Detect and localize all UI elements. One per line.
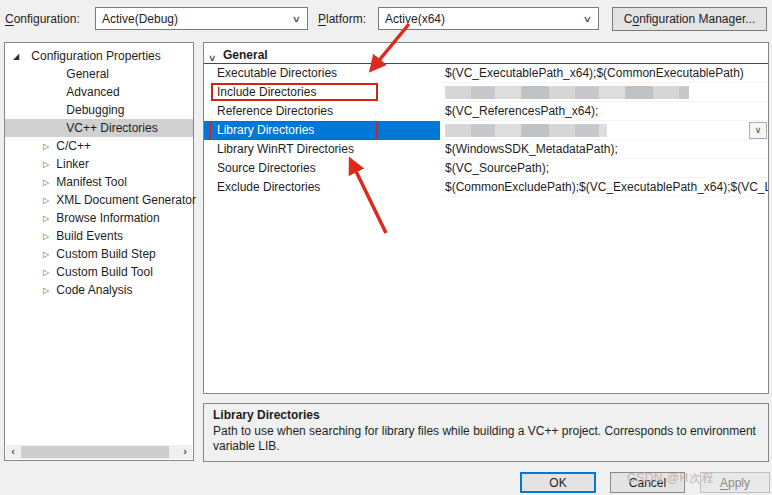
tree-item-label: Linker: [56, 157, 89, 171]
property-name-cell[interactable]: Executable Directories: [204, 64, 440, 83]
property-value: $(VC_ReferencesPath_x64);: [445, 104, 598, 118]
property-value-cell[interactable]: $(CommonExcludePath);$(VC_ExecutablePath…: [440, 178, 768, 197]
property-row-executable-directories[interactable]: Executable Directories $(VC_ExecutablePa…: [204, 64, 768, 83]
chevron-down-icon: ∨: [292, 14, 301, 24]
scrollbar-thumb[interactable]: [21, 446, 169, 458]
property-value-cell[interactable]: $(WindowsSDK_MetadataPath); ∨: [440, 140, 768, 159]
tree-item-label: Manifest Tool: [56, 175, 126, 189]
tree-items: ◢ Configuration Properties General Advan…: [5, 47, 193, 299]
configuration-dropdown-value: Active(Debug): [102, 12, 178, 26]
property-name: Executable Directories: [217, 66, 337, 80]
tree-item-label: Custom Build Tool: [56, 265, 153, 279]
sidebar-item-custom-build-tool[interactable]: ▷ Custom Build Tool: [5, 263, 193, 281]
property-value: $(CommonExcludePath);$(VC_ExecutablePath…: [445, 180, 768, 194]
tree-collapsed-icon[interactable]: ▷: [43, 192, 53, 210]
property-name: Exclude Directories: [217, 180, 320, 194]
property-value: $(VC_SourcePath);: [445, 161, 549, 175]
tree-collapsed-icon[interactable]: ▷: [43, 228, 53, 246]
tree-item-label: VC++ Directories: [66, 121, 157, 135]
property-value: $(WindowsSDK_MetadataPath);: [445, 142, 618, 156]
sidebar-item-build-events[interactable]: ▷ Build Events: [5, 227, 193, 245]
red-annotation-box: [209, 121, 378, 140]
sidebar-item-advanced[interactable]: Advanced: [5, 83, 193, 101]
value-dropdown-button[interactable]: ∨: [749, 122, 767, 139]
property-row-include-directories[interactable]: Include Directories ∨: [204, 83, 768, 102]
sidebar-item-c-c[interactable]: ▷ C/C++: [5, 137, 193, 155]
property-name-cell[interactable]: Source Directories: [204, 159, 440, 178]
tree-collapsed-icon[interactable]: ▷: [43, 264, 53, 282]
description-text: Path to use when searching for library f…: [213, 424, 759, 454]
property-row-reference-directories[interactable]: Reference Directories $(VC_ReferencesPat…: [204, 102, 768, 121]
property-grid: ∨ General Executable Directories $(VC_Ex…: [203, 42, 769, 394]
platform-label: Platform:: [318, 12, 366, 26]
sidebar-item-general[interactable]: General: [5, 65, 193, 83]
property-name: Reference Directories: [217, 104, 333, 118]
tree-item-label: General: [66, 67, 109, 81]
configuration-dropdown[interactable]: Active(Debug) ∨: [95, 7, 308, 30]
sidebar-item-linker[interactable]: ▷ Linker: [5, 155, 193, 173]
property-name-cell[interactable]: Reference Directories: [204, 102, 440, 121]
sidebar-item-configuration-properties[interactable]: ◢ Configuration Properties: [5, 47, 193, 65]
configuration-label: Configuration:: [5, 12, 80, 26]
tree-collapsed-icon[interactable]: ▷: [43, 246, 53, 264]
grid-rows: Executable Directories $(VC_ExecutablePa…: [204, 64, 768, 197]
tree-item-label: C/C++: [56, 139, 91, 153]
horizontal-scrollbar[interactable]: ‹ ›: [6, 445, 192, 459]
tree-item-label: Configuration Properties: [31, 49, 160, 63]
tree-item-label: Code Analysis: [56, 283, 132, 297]
chevron-down-icon: ∨: [583, 14, 592, 24]
platform-dropdown-value: Active(x64): [385, 12, 445, 26]
tree-item-label: Custom Build Step: [56, 247, 155, 261]
property-name-cell[interactable]: Exclude Directories: [204, 178, 440, 197]
redacted-value-mosaic: [445, 86, 689, 99]
tree-collapsed-icon[interactable]: ▷: [43, 156, 53, 174]
property-value-cell[interactable]: $(VC_SourcePath); ∨: [440, 159, 768, 178]
property-row-source-directories[interactable]: Source Directories $(VC_SourcePath); ∨: [204, 159, 768, 178]
properties-tree-panel: ◢ Configuration Properties General Advan…: [4, 42, 194, 461]
scroll-right-icon[interactable]: ›: [178, 445, 192, 459]
tree-collapsed-icon[interactable]: ▷: [43, 174, 53, 192]
ok-button[interactable]: OK: [520, 472, 596, 493]
sidebar-item-custom-build-step[interactable]: ▷ Custom Build Step: [5, 245, 193, 263]
tree-collapsed-icon[interactable]: ▷: [43, 282, 53, 300]
grid-group-header-general[interactable]: ∨ General: [204, 47, 768, 64]
property-value: $(VC_ExecutablePath_x64);$(CommonExecuta…: [445, 66, 744, 80]
platform-dropdown[interactable]: Active(x64) ∨: [378, 7, 599, 30]
description-box: Library Directories Path to use when sea…: [203, 403, 769, 462]
property-name: Library WinRT Directories: [217, 142, 354, 156]
sidebar-item-browse-information[interactable]: ▷ Browse Information: [5, 209, 193, 227]
sidebar-item-code-analysis[interactable]: ▷ Code Analysis: [5, 281, 193, 299]
property-value-cell[interactable]: $(VC_ReferencesPath_x64); ∨: [440, 102, 768, 121]
property-name-cell[interactable]: Include Directories: [204, 83, 440, 102]
property-name-cell[interactable]: Library Directories: [204, 121, 440, 140]
sidebar-item-debugging[interactable]: Debugging: [5, 101, 193, 119]
sidebar-item-vc-directories[interactable]: VC++ Directories: [5, 119, 193, 137]
watermark: CSDN @H次程: [627, 470, 714, 487]
tree-expanded-icon[interactable]: ◢: [13, 48, 23, 66]
tree-collapsed-icon[interactable]: ▷: [43, 138, 53, 156]
tree-item-label: XML Document Generator: [56, 193, 196, 207]
sidebar-item-xml-document-generator[interactable]: ▷ XML Document Generator: [5, 191, 193, 209]
grid-group-label: General: [223, 48, 268, 62]
property-name: Source Directories: [217, 161, 316, 175]
tree-item-label: Browse Information: [56, 211, 159, 225]
property-row-exclude-directories[interactable]: Exclude Directories $(CommonExcludePath)…: [204, 178, 768, 197]
tree-item-label: Debugging: [66, 103, 124, 117]
property-name-cell[interactable]: Library WinRT Directories: [204, 140, 440, 159]
scroll-left-icon[interactable]: ‹: [6, 445, 20, 459]
tree-collapsed-icon[interactable]: ▷: [43, 210, 53, 228]
tree-item-label: Build Events: [56, 229, 123, 243]
property-value-cell[interactable]: $(VC_ExecutablePath_x64);$(CommonExecuta…: [440, 64, 768, 83]
tree-item-label: Advanced: [66, 85, 119, 99]
property-row-library-winrt-directories[interactable]: Library WinRT Directories $(WindowsSDK_M…: [204, 140, 768, 159]
description-title: Library Directories: [213, 408, 759, 423]
property-value-cell[interactable]: ∨: [440, 83, 768, 102]
redacted-value-mosaic: [445, 124, 607, 137]
configuration-manager-button[interactable]: Configuration Manager...: [612, 7, 767, 31]
property-row-library-directories[interactable]: Library Directories ∨: [204, 121, 768, 140]
property-value-cell[interactable]: ∨: [440, 121, 768, 140]
red-annotation-box: [211, 83, 378, 101]
sidebar-item-manifest-tool[interactable]: ▷ Manifest Tool: [5, 173, 193, 191]
